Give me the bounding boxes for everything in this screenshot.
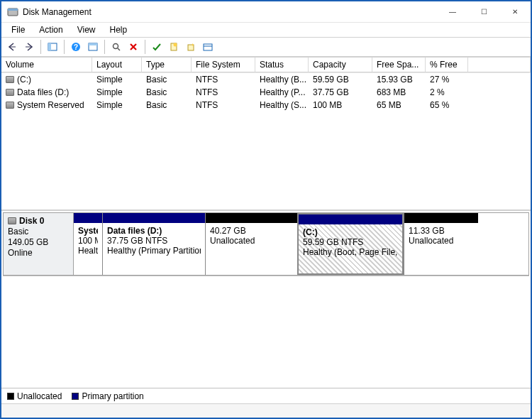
volume-pctfree: 65 % xyxy=(426,98,468,112)
forward-button[interactable] xyxy=(21,39,37,55)
minimize-button[interactable]: — xyxy=(437,1,468,23)
back-button[interactable] xyxy=(4,39,20,55)
wizard-button[interactable] xyxy=(183,39,199,55)
titlebar: Disk Management — ☐ ✕ xyxy=(1,1,531,23)
svg-point-11 xyxy=(174,43,177,47)
col-header-layout[interactable]: Layout xyxy=(92,58,142,72)
help-button[interactable]: ? xyxy=(68,39,84,55)
partition-status: Healthy (Primary Partition xyxy=(107,246,201,256)
volume-list: Volume Layout Type File System Status Ca… xyxy=(1,57,531,210)
col-header-volume[interactable]: Volume xyxy=(1,58,92,72)
volume-rows: (C:)SimpleBasicNTFSHealthy (B...59.59 GB… xyxy=(1,73,531,210)
partition-status: Healthy (Boot, Page File, C xyxy=(303,247,398,257)
svg-rect-13 xyxy=(204,44,212,50)
menu-file[interactable]: File xyxy=(6,23,31,36)
disk-state: Online xyxy=(8,248,69,258)
disk-icon xyxy=(8,217,16,224)
menubar: File Action View Help xyxy=(1,23,531,37)
swatch-primary-icon xyxy=(72,393,79,400)
legend: Unallocated Primary partition xyxy=(1,388,531,403)
volume-icon xyxy=(6,76,14,83)
statusbar xyxy=(1,403,531,418)
volume-free: 683 MB xyxy=(372,85,426,99)
partition-name: System R xyxy=(78,226,98,236)
svg-rect-3 xyxy=(48,43,51,50)
volume-row[interactable]: System ReservedSimpleBasicNTFSHealthy (S… xyxy=(1,99,531,111)
partition-status: Unallocated xyxy=(409,236,474,246)
partition-stripe xyxy=(404,213,478,223)
partition-stripe xyxy=(103,213,205,223)
volume-list-header: Volume Layout Type File System Status Ca… xyxy=(1,58,531,73)
menu-action[interactable]: Action xyxy=(33,23,68,36)
volume-icon xyxy=(6,102,14,109)
volume-icon xyxy=(6,89,14,96)
partition-size: 40.27 GB xyxy=(210,226,293,236)
find-button[interactable] xyxy=(109,39,124,55)
col-header-freespace[interactable]: Free Spa... xyxy=(372,58,426,72)
partition[interactable]: 11.33 GBUnallocated xyxy=(404,213,478,275)
legend-primary: Primary partition xyxy=(72,391,143,401)
svg-rect-1 xyxy=(8,9,18,11)
disk-size: 149.05 GB xyxy=(8,237,69,247)
volume-fs: NTFS xyxy=(192,98,255,112)
show-hide-tree-button[interactable] xyxy=(45,39,60,55)
volume-name: (C:) xyxy=(17,75,31,85)
properties-button[interactable] xyxy=(200,39,216,55)
partition[interactable]: 40.27 GBUnallocated xyxy=(205,213,297,275)
checkmark-button[interactable] xyxy=(149,39,165,55)
disk-row: Disk 0 Basic 149.05 GB Online System R10… xyxy=(3,212,529,276)
col-header-pctfree[interactable]: % Free xyxy=(426,58,468,72)
toolbar: ? xyxy=(1,37,531,57)
menu-view[interactable]: View xyxy=(72,23,101,36)
toolbar-separator xyxy=(40,40,41,54)
delete-button[interactable] xyxy=(126,39,141,55)
partition-size: 59.59 GB NTFS xyxy=(303,237,398,247)
partition-body: 40.27 GBUnallocated xyxy=(206,223,297,275)
partition-map: System R100 MB NHealthy (Data files (D:)… xyxy=(74,212,529,276)
app-icon xyxy=(7,6,18,18)
disk-pane-spacer xyxy=(1,278,531,388)
partition[interactable]: Data files (D:)37.75 GB NTFSHealthy (Pri… xyxy=(102,213,205,275)
menu-help[interactable]: Help xyxy=(104,23,133,36)
settings-button[interactable] xyxy=(85,39,101,55)
col-header-status[interactable]: Status xyxy=(255,58,309,72)
swatch-unallocated-icon xyxy=(7,393,14,400)
toolbar-separator xyxy=(64,40,65,54)
volume-free: 65 MB xyxy=(372,98,426,112)
disk-map-pane: Disk 0 Basic 149.05 GB Online System R10… xyxy=(1,210,531,403)
col-header-capacity[interactable]: Capacity xyxy=(309,58,372,72)
col-header-type[interactable]: Type xyxy=(142,58,192,72)
partition-name: Data files (D:) xyxy=(107,226,201,236)
partition-body: 11.33 GBUnallocated xyxy=(404,223,478,275)
volume-row[interactable]: Data files (D:)SimpleBasicNTFSHealthy (P… xyxy=(1,86,531,99)
volume-pctfree: 2 % xyxy=(426,85,468,99)
volume-type: Basic xyxy=(142,98,192,112)
partition[interactable]: System R100 MB NHealthy ( xyxy=(74,213,102,275)
close-button[interactable]: ✕ xyxy=(499,1,531,23)
volume-status: Healthy (P... xyxy=(255,85,309,99)
volume-row[interactable]: (C:)SimpleBasicNTFSHealthy (B...59.59 GB… xyxy=(1,73,531,86)
partition-size: 100 MB N xyxy=(78,236,98,246)
volume-name: System Reserved xyxy=(17,100,84,110)
window-title: Disk Management xyxy=(23,7,437,17)
svg-text:?: ? xyxy=(74,43,78,51)
svg-line-9 xyxy=(118,48,120,50)
partition-name: (C:) xyxy=(303,227,398,237)
col-header-filesystem[interactable]: File System xyxy=(192,58,255,72)
partition-status: Unallocated xyxy=(210,236,293,246)
volume-fs: NTFS xyxy=(192,85,255,99)
disk-info[interactable]: Disk 0 Basic 149.05 GB Online xyxy=(3,212,74,276)
maximize-button[interactable]: ☐ xyxy=(468,1,499,23)
new-button[interactable] xyxy=(166,39,182,55)
volume-status: Healthy (S... xyxy=(255,98,309,112)
partition-body: (C:)59.59 GB NTFSHealthy (Boot, Page Fil… xyxy=(299,224,402,273)
partition-stripe xyxy=(206,213,297,223)
partition[interactable]: (C:)59.59 GB NTFSHealthy (Boot, Page Fil… xyxy=(297,213,404,275)
legend-unallocated: Unallocated xyxy=(7,391,62,401)
disk-label: Disk 0 xyxy=(19,216,44,226)
partition-size: 11.33 GB xyxy=(409,226,474,236)
partition-body: Data files (D:)37.75 GB NTFSHealthy (Pri… xyxy=(103,223,205,275)
volume-capacity: 37.75 GB xyxy=(309,85,372,99)
disk-kind: Basic xyxy=(8,227,69,236)
partition-body: System R100 MB NHealthy ( xyxy=(74,223,102,275)
